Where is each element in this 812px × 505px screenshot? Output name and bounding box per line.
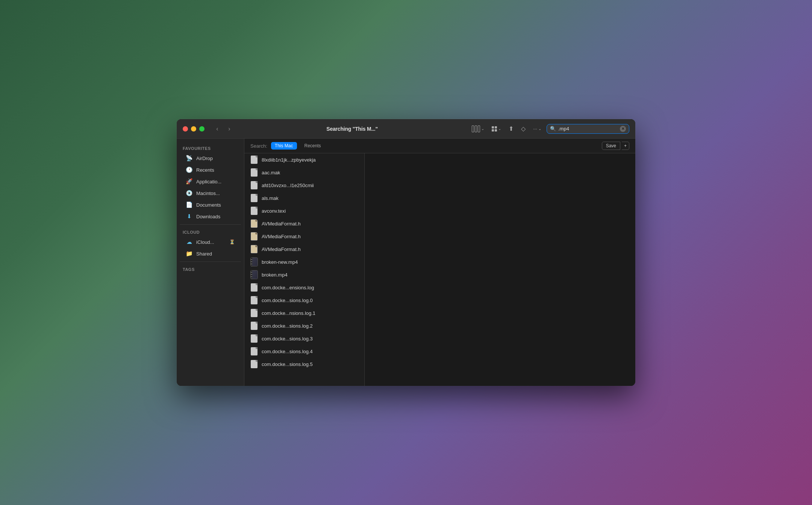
search-clear-button[interactable]: ✕ <box>620 126 626 132</box>
share-icon: ⬆ <box>509 125 514 132</box>
list-item[interactable]: com.docke...sions.log.5 <box>244 358 364 370</box>
airdrop-label: AirDrop <box>196 156 213 161</box>
file-name: AVMediaFormat.h <box>262 234 301 239</box>
shared-label: Shared <box>196 251 212 257</box>
content-area: Search: This Mac Recents Save + 8lxdiib1… <box>244 139 635 386</box>
search-icon: 🔍 <box>550 126 556 132</box>
video-file-icon <box>250 270 258 279</box>
list-item[interactable]: broken-new.mp4 <box>244 256 364 268</box>
title-bar: ‹ › Searching "This M..." ⌄ ⌄ ⬆ <box>177 119 635 139</box>
list-item[interactable]: com.docke...sions.log.2 <box>244 319 364 332</box>
maximize-button[interactable] <box>199 126 205 132</box>
icloud-section-label: iCloud <box>177 227 244 236</box>
list-item[interactable]: avconv.texi <box>244 204 364 217</box>
file-name: 8lxdiib1n1jk...zpbyevekja <box>262 157 316 163</box>
main-content: Favourites 📡 AirDrop 🕐 Recents 🚀 Applica… <box>177 139 635 386</box>
grid-view-button[interactable]: ⌄ <box>489 125 503 133</box>
sidebar-item-downloads[interactable]: ⬇ Downloads <box>180 211 241 222</box>
sidebar-separator <box>180 224 241 225</box>
file-name: afd10xvzxo...l1e250cmii <box>262 183 314 188</box>
list-item[interactable]: aac.mak <box>244 166 364 179</box>
code-file-icon <box>250 245 258 254</box>
file-name: aac.mak <box>262 170 280 175</box>
file-name: broken-new.mp4 <box>262 259 298 265</box>
search-label: Search: <box>250 143 267 149</box>
list-item[interactable]: afd10xvzxo...l1e250cmii <box>244 179 364 192</box>
sidebar-item-airdrop[interactable]: 📡 AirDrop <box>180 153 241 164</box>
file-name: com.docke...sions.log.5 <box>262 361 313 367</box>
sidebar: Favourites 📡 AirDrop 🕐 Recents 🚀 Applica… <box>177 139 244 386</box>
sidebar-separator-2 <box>180 262 241 262</box>
tag-icon: ◇ <box>521 125 526 132</box>
video-file-icon <box>250 257 258 266</box>
file-name: com.docke...sions.log.3 <box>262 336 313 342</box>
macintosh-label: Macintos... <box>196 191 220 196</box>
action-button[interactable]: ··· ⌄ <box>531 124 544 133</box>
search-bar: 🔍 ✕ <box>547 124 629 134</box>
save-button[interactable]: Save <box>602 142 620 150</box>
forward-button[interactable]: › <box>224 124 235 134</box>
doc-file-icon <box>250 334 258 343</box>
doc-file-icon <box>250 168 258 177</box>
applications-icon: 🚀 <box>186 178 192 185</box>
minimize-button[interactable] <box>191 126 196 132</box>
list-item[interactable]: com.docke...sions.log.0 <box>244 294 364 307</box>
traffic-lights <box>183 126 205 132</box>
file-name: AVMediaFormat.h <box>262 221 301 227</box>
column-view-button[interactable]: ⌄ <box>470 124 486 134</box>
applications-label: Applicatio... <box>196 179 221 184</box>
doc-file-icon <box>250 296 258 305</box>
macintosh-icon: 💿 <box>186 190 192 197</box>
column-view-icon <box>472 125 480 132</box>
doc-file-icon <box>250 283 258 292</box>
save-plus-button[interactable]: + <box>622 142 629 150</box>
icloud-progress-icon: ⏳ <box>229 239 235 245</box>
list-item[interactable]: com.docke...sions.log.3 <box>244 332 364 345</box>
list-item[interactable]: 8lxdiib1n1jk...zpbyevekja <box>244 153 364 166</box>
file-name: com.docke...sions.log.0 <box>262 298 313 303</box>
doc-file-icon <box>250 308 258 318</box>
finder-window: ‹ › Searching "This M..." ⌄ ⌄ ⬆ <box>177 119 635 386</box>
file-name: com.docke...nsions.log.1 <box>262 310 315 316</box>
doc-file-icon <box>250 181 258 190</box>
ellipsis-icon: ··· <box>533 126 537 132</box>
doc-file-icon <box>250 360 258 369</box>
nav-buttons: ‹ › <box>212 124 235 134</box>
doc-file-icon <box>250 194 258 203</box>
list-item[interactable]: com.docke...ensions.log <box>244 281 364 294</box>
sidebar-item-macintosh[interactable]: 💿 Macintos... <box>180 187 241 199</box>
preview-pane <box>365 153 635 386</box>
share-button[interactable]: ⬆ <box>506 124 516 134</box>
list-item[interactable]: AVMediaFormat.h <box>244 230 364 243</box>
sidebar-item-shared[interactable]: 📁 Shared <box>180 248 241 259</box>
doc-file-icon <box>250 321 258 330</box>
sidebar-item-applications[interactable]: 🚀 Applicatio... <box>180 176 241 187</box>
file-name: com.docke...sions.log.2 <box>262 323 313 329</box>
window-title: Searching "This M..." <box>239 126 465 132</box>
list-item[interactable]: broken.mp4 <box>244 268 364 281</box>
scope-this-mac-button[interactable]: This Mac <box>271 142 297 150</box>
doc-file-icon <box>250 206 258 215</box>
recents-icon: 🕐 <box>186 166 192 173</box>
scope-recents-button[interactable]: Recents <box>301 142 325 150</box>
search-input[interactable] <box>558 126 618 132</box>
back-button[interactable]: ‹ <box>212 124 223 134</box>
list-item[interactable]: AVMediaFormat.h <box>244 243 364 256</box>
sidebar-item-icloud-drive[interactable]: ☁ iCloud... ⏳ <box>180 236 241 248</box>
sidebar-item-documents[interactable]: 📄 Documents <box>180 199 241 210</box>
code-file-icon <box>250 219 258 228</box>
list-item[interactable]: com.docke...nsions.log.1 <box>244 307 364 319</box>
list-item[interactable]: AVMediaFormat.h <box>244 217 364 230</box>
tag-button[interactable]: ◇ <box>519 124 528 134</box>
downloads-icon: ⬇ <box>186 213 192 220</box>
code-file-icon <box>250 232 258 241</box>
favourites-section-label: Favourites <box>177 143 244 152</box>
toolbar-right: ⌄ ⌄ ⬆ ◇ ··· ⌄ 🔍 <box>470 124 629 134</box>
close-button[interactable] <box>183 126 188 132</box>
doc-file-icon <box>250 347 258 356</box>
list-item[interactable]: als.mak <box>244 192 364 204</box>
sidebar-item-recents[interactable]: 🕐 Recents <box>180 164 241 175</box>
list-item[interactable]: com.docke...sions.log.4 <box>244 345 364 358</box>
file-name: AVMediaFormat.h <box>262 246 301 252</box>
file-list-container: 8lxdiib1n1jk...zpbyevekja aac.mak afd10x… <box>244 153 635 386</box>
